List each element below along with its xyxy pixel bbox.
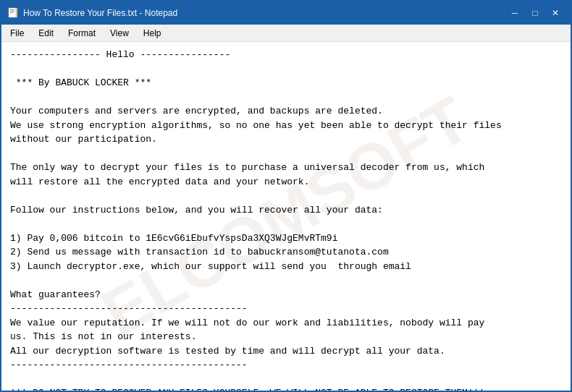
title-bar: How To Restore Your Files.txt - Notepad …: [1, 1, 571, 25]
menu-edit[interactable]: Edit: [33, 27, 59, 40]
document-text: ---------------- Hello ---------------- …: [10, 48, 562, 391]
svg-rect-3: [10, 12, 13, 13]
menu-view[interactable]: View: [104, 27, 135, 40]
window-title: How To Restore Your Files.txt - Notepad: [23, 8, 177, 18]
text-editor-area[interactable]: ELCOMSOFT ---------------- Hello -------…: [1, 42, 571, 391]
notepad-window: How To Restore Your Files.txt - Notepad …: [0, 0, 572, 392]
menu-file[interactable]: File: [4, 27, 30, 40]
notepad-icon: [7, 7, 19, 19]
menu-help[interactable]: Help: [138, 27, 167, 40]
minimize-button[interactable]: ─: [505, 6, 524, 20]
menu-bar: File Edit Format View Help: [1, 25, 571, 42]
menu-format[interactable]: Format: [62, 27, 101, 40]
window-controls: ─ □ ✕: [505, 6, 565, 20]
svg-rect-1: [10, 9, 14, 10]
maximize-button[interactable]: □: [526, 6, 544, 20]
title-bar-left: How To Restore Your Files.txt - Notepad: [7, 7, 177, 19]
close-button[interactable]: ✕: [546, 6, 565, 20]
svg-rect-4: [16, 8, 17, 17]
svg-rect-2: [10, 11, 14, 12]
